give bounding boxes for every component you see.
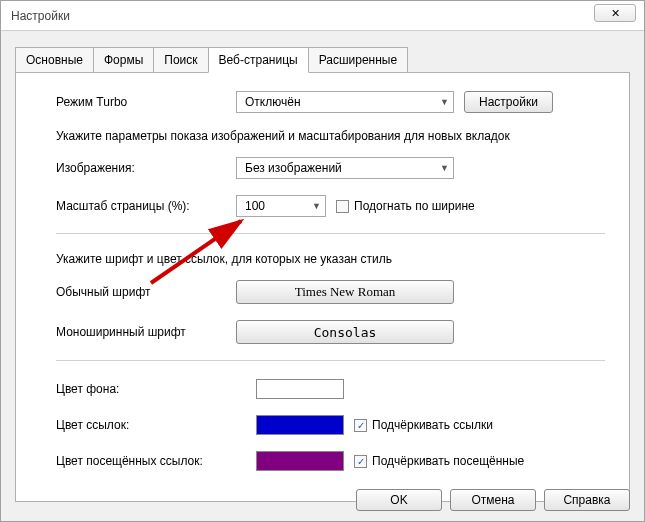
turbo-settings-button[interactable]: Настройки bbox=[464, 91, 553, 113]
row-visited-color: Цвет посещённых ссылок: ✓ Подчёркивать п… bbox=[56, 451, 605, 471]
link-color-swatch[interactable] bbox=[256, 415, 344, 435]
row-normal-font: Обычный шрифт Times New Roman bbox=[56, 280, 605, 304]
normal-font-button[interactable]: Times New Roman bbox=[236, 280, 454, 304]
dialog-footer: OK Отмена Справка bbox=[356, 489, 630, 511]
help-button[interactable]: Справка bbox=[544, 489, 630, 511]
tab-forms[interactable]: Формы bbox=[93, 47, 154, 72]
window-title: Настройки bbox=[11, 9, 70, 23]
images-combobox[interactable]: Без изображений ▼ bbox=[236, 157, 454, 179]
fonts-desc: Укажите шрифт и цвет ссылок, для которых… bbox=[56, 252, 605, 266]
tab-webpages[interactable]: Веб-страницы bbox=[208, 47, 309, 73]
scale-label: Масштаб страницы (%): bbox=[56, 199, 226, 213]
mono-font-button[interactable]: Consolas bbox=[236, 320, 454, 344]
row-link-color: Цвет ссылок: ✓ Подчёркивать ссылки bbox=[56, 415, 605, 435]
turbo-value: Отключён bbox=[245, 95, 301, 109]
settings-window: Настройки ✕ Основные Формы Поиск Веб-стр… bbox=[0, 0, 645, 522]
images-desc: Укажите параметры показа изображений и м… bbox=[56, 129, 605, 143]
visited-color-swatch[interactable] bbox=[256, 451, 344, 471]
cancel-button[interactable]: Отмена bbox=[450, 489, 536, 511]
row-scale: Масштаб страницы (%): 100 ▼ Подогнать по… bbox=[56, 195, 605, 217]
tab-advanced[interactable]: Расширенные bbox=[308, 47, 409, 72]
turbo-label: Режим Turbo bbox=[56, 95, 226, 109]
bg-color-label: Цвет фона: bbox=[56, 382, 246, 396]
tab-strip: Основные Формы Поиск Веб-страницы Расшир… bbox=[15, 47, 630, 73]
panel-webpages: Режим Turbo Отключён ▼ Настройки Укажите… bbox=[15, 73, 630, 502]
fit-width-label: Подогнать по ширине bbox=[354, 199, 475, 213]
close-icon: ✕ bbox=[611, 7, 620, 20]
chevron-down-icon: ▼ bbox=[440, 163, 449, 173]
underline-links-checkbox[interactable]: ✓ Подчёркивать ссылки bbox=[354, 418, 493, 432]
checkbox-icon: ✓ bbox=[354, 419, 367, 432]
separator bbox=[56, 360, 605, 361]
row-images: Изображения: Без изображений ▼ bbox=[56, 157, 605, 179]
underline-visited-checkbox[interactable]: ✓ Подчёркивать посещённые bbox=[354, 454, 524, 468]
tab-basic[interactable]: Основные bbox=[15, 47, 94, 72]
ok-button[interactable]: OK bbox=[356, 489, 442, 511]
chevron-down-icon: ▼ bbox=[312, 201, 321, 211]
row-bg-color: Цвет фона: bbox=[56, 379, 605, 399]
scale-value: 100 bbox=[245, 199, 265, 213]
visited-color-label: Цвет посещённых ссылок: bbox=[56, 454, 246, 468]
images-value: Без изображений bbox=[245, 161, 342, 175]
close-button[interactable]: ✕ bbox=[594, 4, 636, 22]
row-mono-font: Моноширинный шрифт Consolas bbox=[56, 320, 605, 344]
underline-links-label: Подчёркивать ссылки bbox=[372, 418, 493, 432]
checkbox-icon: ✓ bbox=[354, 455, 367, 468]
tab-search[interactable]: Поиск bbox=[153, 47, 208, 72]
fit-width-checkbox[interactable]: Подогнать по ширине bbox=[336, 199, 475, 213]
mono-font-label: Моноширинный шрифт bbox=[56, 325, 226, 339]
images-label: Изображения: bbox=[56, 161, 226, 175]
checkbox-icon bbox=[336, 200, 349, 213]
content-area: Основные Формы Поиск Веб-страницы Расшир… bbox=[1, 31, 644, 512]
bg-color-swatch[interactable] bbox=[256, 379, 344, 399]
underline-visited-label: Подчёркивать посещённые bbox=[372, 454, 524, 468]
chevron-down-icon: ▼ bbox=[440, 97, 449, 107]
separator bbox=[56, 233, 605, 234]
titlebar: Настройки ✕ bbox=[1, 1, 644, 31]
turbo-combobox[interactable]: Отключён ▼ bbox=[236, 91, 454, 113]
scale-combobox[interactable]: 100 ▼ bbox=[236, 195, 326, 217]
normal-font-label: Обычный шрифт bbox=[56, 285, 226, 299]
link-color-label: Цвет ссылок: bbox=[56, 418, 246, 432]
row-turbo: Режим Turbo Отключён ▼ Настройки bbox=[56, 91, 605, 113]
